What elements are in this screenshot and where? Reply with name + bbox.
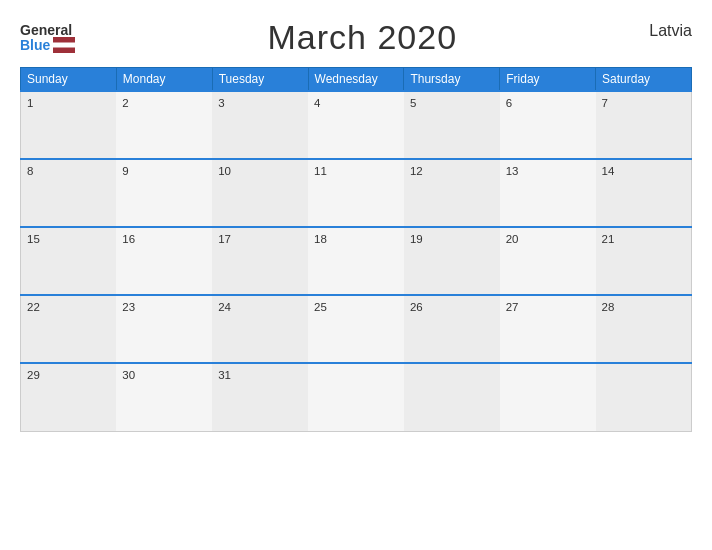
- calendar-day-cell: [404, 363, 500, 431]
- logo-blue-text: Blue: [20, 37, 75, 53]
- day-number: 19: [410, 233, 423, 245]
- day-number: 6: [506, 97, 512, 109]
- day-number: 17: [218, 233, 231, 245]
- day-number: 15: [27, 233, 40, 245]
- calendar-day-cell: [596, 363, 692, 431]
- calendar-day-cell: 16: [116, 227, 212, 295]
- calendar-day-cell: 24: [212, 295, 308, 363]
- calendar-title: March 2020: [268, 18, 458, 57]
- header-tuesday: Tuesday: [212, 68, 308, 92]
- header-friday: Friday: [500, 68, 596, 92]
- logo: General Blue: [20, 23, 75, 53]
- day-number: 18: [314, 233, 327, 245]
- day-number: 5: [410, 97, 416, 109]
- header-saturday: Saturday: [596, 68, 692, 92]
- day-number: 22: [27, 301, 40, 313]
- weekday-header-row: Sunday Monday Tuesday Wednesday Thursday…: [21, 68, 692, 92]
- calendar-day-cell: [308, 363, 404, 431]
- day-number: 8: [27, 165, 33, 177]
- calendar-day-cell: 13: [500, 159, 596, 227]
- calendar-day-cell: 23: [116, 295, 212, 363]
- day-number: 24: [218, 301, 231, 313]
- calendar-table: Sunday Monday Tuesday Wednesday Thursday…: [20, 67, 692, 432]
- calendar-day-cell: 1: [21, 91, 117, 159]
- day-number: 14: [602, 165, 615, 177]
- calendar-day-cell: 9: [116, 159, 212, 227]
- day-number: 16: [122, 233, 135, 245]
- day-number: 25: [314, 301, 327, 313]
- calendar-day-cell: 2: [116, 91, 212, 159]
- calendar-week-row: 22232425262728: [21, 295, 692, 363]
- calendar-day-cell: [500, 363, 596, 431]
- day-number: 1: [27, 97, 33, 109]
- calendar-day-cell: 26: [404, 295, 500, 363]
- calendar-day-cell: 14: [596, 159, 692, 227]
- latvia-flag-icon: [53, 37, 75, 53]
- day-number: 28: [602, 301, 615, 313]
- calendar-day-cell: 25: [308, 295, 404, 363]
- calendar-day-cell: 19: [404, 227, 500, 295]
- day-number: 21: [602, 233, 615, 245]
- calendar-day-cell: 30: [116, 363, 212, 431]
- day-number: 11: [314, 165, 327, 177]
- day-number: 23: [122, 301, 135, 313]
- calendar-day-cell: 29: [21, 363, 117, 431]
- calendar-day-cell: 11: [308, 159, 404, 227]
- svg-rect-1: [53, 42, 75, 47]
- calendar-week-row: 1234567: [21, 91, 692, 159]
- calendar-day-cell: 3: [212, 91, 308, 159]
- calendar-day-cell: 20: [500, 227, 596, 295]
- day-number: 26: [410, 301, 423, 313]
- header: General Blue March 2020 Latvia: [20, 18, 692, 57]
- day-number: 12: [410, 165, 423, 177]
- page: General Blue March 2020 Latvia Sunday Mo…: [0, 0, 712, 550]
- header-sunday: Sunday: [21, 68, 117, 92]
- calendar-day-cell: 5: [404, 91, 500, 159]
- day-number: 31: [218, 369, 231, 381]
- calendar-day-cell: 22: [21, 295, 117, 363]
- calendar-day-cell: 7: [596, 91, 692, 159]
- calendar-week-row: 15161718192021: [21, 227, 692, 295]
- day-number: 30: [122, 369, 135, 381]
- calendar-day-cell: 15: [21, 227, 117, 295]
- day-number: 3: [218, 97, 224, 109]
- calendar-day-cell: 21: [596, 227, 692, 295]
- calendar-week-row: 891011121314: [21, 159, 692, 227]
- calendar-week-row: 293031: [21, 363, 692, 431]
- day-number: 7: [602, 97, 608, 109]
- day-number: 4: [314, 97, 320, 109]
- country-label: Latvia: [649, 22, 692, 40]
- header-thursday: Thursday: [404, 68, 500, 92]
- header-monday: Monday: [116, 68, 212, 92]
- day-number: 27: [506, 301, 519, 313]
- logo-general-text: General: [20, 23, 75, 37]
- calendar-day-cell: 18: [308, 227, 404, 295]
- calendar-day-cell: 28: [596, 295, 692, 363]
- day-number: 10: [218, 165, 231, 177]
- calendar-day-cell: 6: [500, 91, 596, 159]
- calendar-day-cell: 27: [500, 295, 596, 363]
- calendar-day-cell: 4: [308, 91, 404, 159]
- calendar-day-cell: 8: [21, 159, 117, 227]
- day-number: 2: [122, 97, 128, 109]
- calendar-day-cell: 31: [212, 363, 308, 431]
- calendar-day-cell: 12: [404, 159, 500, 227]
- day-number: 9: [122, 165, 128, 177]
- day-number: 13: [506, 165, 519, 177]
- header-wednesday: Wednesday: [308, 68, 404, 92]
- day-number: 20: [506, 233, 519, 245]
- calendar-day-cell: 10: [212, 159, 308, 227]
- day-number: 29: [27, 369, 40, 381]
- calendar-day-cell: 17: [212, 227, 308, 295]
